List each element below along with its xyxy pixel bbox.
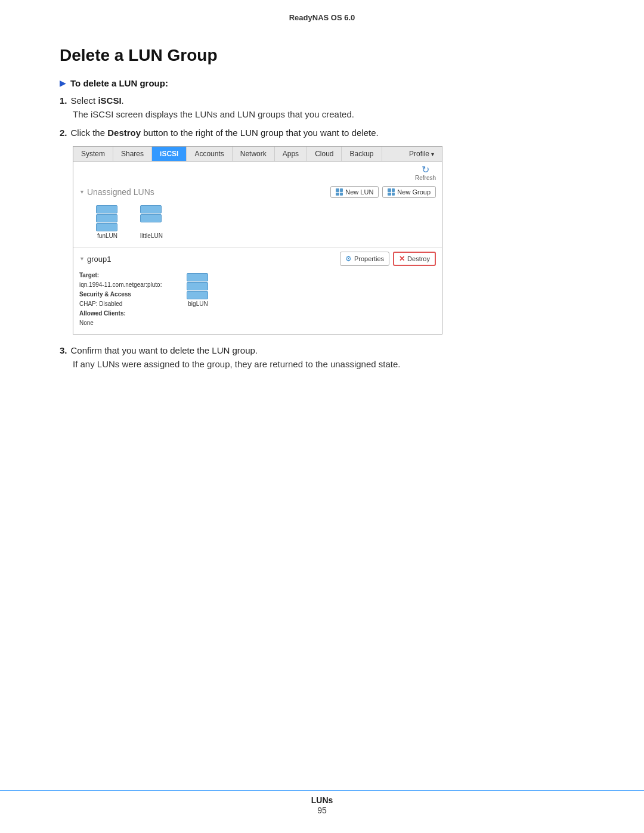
step1-bold: iSCSI [98,95,121,106]
lun-bigLUN-label: bigLUN [188,301,208,307]
security-value: CHAP: Disabled [79,299,175,309]
group-body: Target: iqn.1994-11.com.netgear:pluto: S… [79,271,436,328]
footer-page-number: 95 [317,806,327,815]
step-3: 3. Confirm that you want to delete the L… [60,345,584,369]
lun-funLUN-icon [96,205,119,231]
section-buttons: New LUN New Group [330,186,436,198]
destroy-label: Destroy [407,255,430,262]
nav-network[interactable]: Network [233,147,275,161]
page-header: ReadyNAS OS 6.0 [0,0,644,28]
lun-funLUN-label: funLUN [97,233,117,239]
arrow-heading: To delete a LUN group: [60,78,584,88]
page-title: Delete a LUN Group [60,46,584,65]
lun-littleLUN[interactable]: littleLUN [140,205,163,239]
lun-bigLUN-icon [187,273,209,299]
group-info: Target: iqn.1994-11.com.netgear:pluto: S… [79,271,175,328]
security-label: Security & Access [79,291,131,298]
nav-bar: System Shares iSCSI Accounts Network App… [73,147,442,162]
luns-row: funLUN littleLUN [79,203,436,241]
new-lun-button[interactable]: New LUN [330,186,379,198]
clients-label: Allowed Clients: [79,310,126,317]
refresh-button[interactable]: ↻ Refresh [415,165,436,181]
nav-iscsi[interactable]: iSCSI [152,147,187,161]
main-content: Delete a LUN Group To delete a LUN group… [0,28,644,413]
properties-button[interactable]: ⚙ Properties [340,252,389,266]
step3-text: Confirm that you want to delete the LUN … [71,345,258,355]
nav-cloud[interactable]: Cloud [307,147,342,161]
refresh-icon: ↻ [422,165,429,175]
page-footer: LUNs 95 [0,790,644,815]
group-title: group1 [79,255,111,264]
new-group-icon [388,188,395,196]
nav-profile[interactable]: Profile [401,147,442,161]
lun-littleLUN-icon [140,205,163,231]
nav-backup[interactable]: Backup [342,147,382,161]
new-group-button[interactable]: New Group [382,186,436,198]
new-group-label: New Group [397,188,431,196]
step3-number: 3. [60,345,67,355]
lun-bigLUN[interactable]: bigLUN [187,273,209,328]
step-1: 1. Select iSCSI. The iSCSI screen displa… [60,95,584,119]
new-lun-icon [336,188,343,196]
group-section: group1 ⚙ Properties ✕ Destroy [73,247,442,334]
nav-apps[interactable]: Apps [275,147,307,161]
step1-number: 1. [60,95,67,106]
unassigned-title: Unassigned LUNs [79,187,154,197]
section-header: Unassigned LUNs New LUN [79,186,436,198]
header-title: ReadyNAS OS 6.0 [289,13,355,22]
step2-number: 2. [60,128,67,138]
group-buttons: ⚙ Properties ✕ Destroy [340,252,436,266]
step2-bold: Destroy [107,128,141,138]
gear-icon: ⚙ [345,255,352,263]
destroy-button[interactable]: ✕ Destroy [393,252,436,266]
unassigned-section: Unassigned LUNs New LUN [73,182,442,247]
target-value: iqn.1994-11.com.netgear:pluto: [79,280,175,290]
properties-label: Properties [354,255,384,262]
clients-value: None [79,318,175,328]
group-header: group1 ⚙ Properties ✕ Destroy [79,252,436,266]
x-icon: ✕ [399,255,405,263]
footer-section-label: LUNs [0,795,644,805]
lun-littleLUN-label: littleLUN [140,233,163,239]
step3-desc: If any LUNs were assigned to the group, … [73,359,584,369]
target-label: Target: [79,272,99,278]
refresh-label: Refresh [415,175,436,181]
step-2: 2. Click the Destroy button to the right… [60,128,584,335]
new-lun-label: New LUN [345,188,373,196]
nav-system[interactable]: System [73,147,113,161]
lun-funLUN[interactable]: funLUN [96,205,119,239]
screenshot: System Shares iSCSI Accounts Network App… [73,146,442,335]
nav-accounts[interactable]: Accounts [187,147,232,161]
nav-shares[interactable]: Shares [113,147,152,161]
step1-desc: The iSCSI screen displays the LUNs and L… [73,109,584,119]
toolbar-row: ↻ Refresh [73,162,442,182]
